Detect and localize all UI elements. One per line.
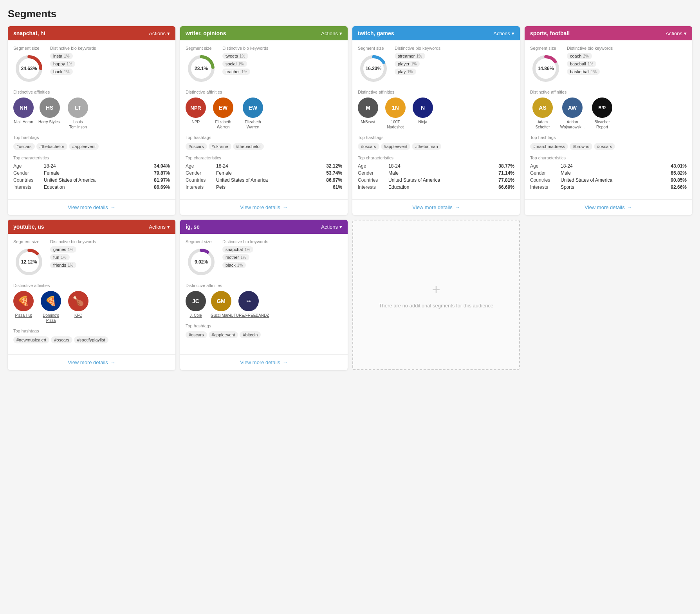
- affinity-item-0[interactable]: ASAdam Schefter: [530, 98, 555, 130]
- char-label-2: Countries: [13, 177, 41, 183]
- char-row-0: Age 18-24 32.12%: [186, 163, 342, 169]
- keyword-pill-2: friends1%: [50, 262, 76, 268]
- view-more-sports-football[interactable]: View more details →: [525, 199, 692, 215]
- view-more-ig-sc[interactable]: View more details →: [180, 354, 348, 370]
- affinities-row: NHNiall HoranHSHarry Styles.LTLouis Toml…: [13, 98, 170, 130]
- char-value-0: 18-24: [388, 163, 495, 169]
- keyword-pct: 1%: [245, 247, 250, 252]
- hashtag-0: #oscars: [186, 331, 207, 338]
- hashtags-label: Top hashtags: [13, 329, 170, 333]
- affinity-item-2[interactable]: NNinja: [413, 98, 433, 130]
- affinity-item-2[interactable]: FFFUTURE/FREEBANDZ: [236, 291, 261, 318]
- hashtag-1: #oscars: [51, 336, 72, 343]
- keyword-pct: 1%: [237, 263, 243, 267]
- chevron-down-icon: ▾: [339, 224, 342, 230]
- segment-header-ig-sc: ig, sc Actions ▾: [180, 220, 348, 234]
- segment-name-youtube-us: youtube, us: [13, 224, 44, 230]
- donut-chart: 9.02%: [186, 246, 217, 278]
- actions-button-ig-sc[interactable]: Actions ▾: [321, 224, 342, 230]
- hashtag-1: #appleevent: [209, 331, 238, 338]
- affinity-item-0[interactable]: NHNiall Horan: [13, 98, 34, 130]
- actions-button-twitch-games[interactable]: Actions ▾: [493, 31, 514, 36]
- affinity-item-1[interactable]: 1N100T Nadeshot: [383, 98, 408, 130]
- hashtags-section: #newmusicalert#oscars#spotifyplaylist: [13, 336, 170, 345]
- keyword-pill-2: basketball1%: [567, 69, 600, 75]
- actions-button-sports-football[interactable]: Actions ▾: [666, 31, 687, 36]
- page-title: Segments: [8, 8, 692, 20]
- hashtag-0: #oscars: [13, 143, 35, 150]
- affinity-name-2: KFC: [74, 313, 82, 318]
- view-more-writer-opinions[interactable]: View more details →: [180, 199, 348, 215]
- keyword-word: insta: [53, 54, 62, 58]
- affinity-item-1[interactable]: HSHarry Styles.: [38, 98, 61, 130]
- view-more-snapchat-hi[interactable]: View more details →: [8, 199, 175, 215]
- char-pct-0: 43.01%: [671, 163, 687, 169]
- affinity-item-2[interactable]: B/RBleacher Report: [590, 98, 615, 130]
- actions-button-writer-opinions[interactable]: Actions ▾: [321, 31, 342, 36]
- view-more-text: View more details: [240, 204, 280, 210]
- keyword-word: baseball: [570, 61, 586, 66]
- char-label-1: Gender: [530, 170, 557, 176]
- affinity-item-0[interactable]: NPRNPR: [186, 98, 206, 130]
- affinity-name-0: Adam Schefter: [530, 119, 555, 130]
- char-row-0: Age 18-24 43.01%: [530, 163, 687, 169]
- affinity-name-2: Bleacher Report: [590, 119, 615, 130]
- affinity-item-1[interactable]: AWAdrian Wojnarowsk...: [560, 98, 585, 130]
- bio-keywords-block: Distinctive bio keywordsstreamer1%player…: [395, 46, 514, 84]
- actions-button-snapchat-hi[interactable]: Actions ▾: [149, 31, 170, 36]
- hashtag-0: #oscars: [358, 143, 379, 150]
- keyword-word: fun: [53, 255, 59, 260]
- affinity-item-0[interactable]: JCJ. Cole: [186, 291, 206, 318]
- bio-keywords-label: Distinctive bio keywords: [50, 46, 170, 51]
- segment-header-youtube-us: youtube, us Actions ▾: [8, 220, 175, 234]
- affinity-name-1: Elizabeth Warren: [211, 119, 236, 130]
- hashtags-label: Top hashtags: [358, 135, 514, 140]
- affinities-row: JCJ. ColeGMGucci ManeFFFUTURE/FREEBANDZ: [186, 291, 342, 318]
- size-keywords-row: Segment size 9.02% Distinctive bio keywo…: [186, 239, 342, 278]
- chevron-down-icon: ▾: [339, 31, 342, 36]
- keyword-pct: 1%: [416, 54, 422, 58]
- char-pct-3: 61%: [333, 184, 342, 190]
- actions-button-youtube-us[interactable]: Actions ▾: [149, 224, 170, 230]
- affinity-item-0[interactable]: 🍕Pizza Hut: [13, 291, 34, 323]
- affinity-item-1[interactable]: 🍕Domino's Pizza: [38, 291, 63, 323]
- affinity-item-2[interactable]: 🍗KFC: [68, 291, 88, 323]
- view-more-twitch-games[interactable]: View more details →: [352, 199, 520, 215]
- keyword-word: social: [226, 61, 236, 66]
- char-pct-1: 85.82%: [671, 170, 687, 176]
- segment-card-ig-sc: ig, sc Actions ▾ Segment size 9.02% Dist…: [180, 220, 348, 370]
- segment-size-pct: 23.1%: [195, 66, 208, 71]
- segment-card-sports-football: sports, football Actions ▾ Segment size …: [525, 26, 692, 215]
- affinities-label: Distinctive affinities: [13, 90, 170, 94]
- hashtags-section: #oscars#appleevent#bitcoin: [186, 331, 342, 340]
- affinity-item-0[interactable]: MMrBeast: [358, 98, 378, 130]
- affinities-label: Distinctive affinities: [358, 90, 514, 94]
- affinity-item-2[interactable]: EWElizabeth Warren: [240, 98, 265, 130]
- keyword-word: teacher: [226, 69, 240, 74]
- char-pct-3: 86.69%: [154, 184, 170, 190]
- keyword-pct: 1%: [591, 70, 597, 74]
- char-value-3: Pets: [216, 184, 330, 190]
- char-row-2: Countries United States of America 86.97…: [186, 177, 342, 183]
- hashtags-label: Top hashtags: [186, 135, 342, 140]
- affinities-row: 🍕Pizza Hut🍕Domino's Pizza🍗KFC: [13, 291, 170, 323]
- char-pct-3: 66.69%: [498, 184, 514, 190]
- affinity-item-2[interactable]: LTLouis Tomlinson: [65, 98, 90, 130]
- hashtag-1: #appleevent: [381, 143, 411, 150]
- bio-keywords-block: Distinctive bio keywordssnapchat1%mother…: [222, 239, 342, 278]
- empty-segment-card[interactable]: + There are no additional segments for t…: [352, 220, 520, 370]
- view-more-youtube-us[interactable]: View more details →: [8, 354, 175, 370]
- affinity-name-0: MrBeast: [361, 119, 375, 125]
- affinity-item-1[interactable]: EWElizabeth Warren: [211, 98, 236, 130]
- keyword-pill-2: play1%: [395, 69, 416, 75]
- keyword-pct: 1%: [588, 62, 593, 66]
- char-row-1: Gender Female 53.74%: [186, 170, 342, 176]
- keyword-pill-1: player1%: [395, 61, 420, 67]
- segment-card-writer-opinions: writer, opinions Actions ▾ Segment size …: [180, 26, 348, 215]
- characteristics-label: Top characteristics: [186, 155, 342, 160]
- char-row-1: Gender Female 79.87%: [13, 170, 170, 176]
- bio-keywords-label: Distinctive bio keywords: [222, 239, 342, 244]
- hashtag-0: #marchmadness: [530, 143, 568, 150]
- keyword-pct: 1%: [411, 62, 417, 66]
- hashtags-section: #marchmadness#browns#oscars: [530, 143, 687, 152]
